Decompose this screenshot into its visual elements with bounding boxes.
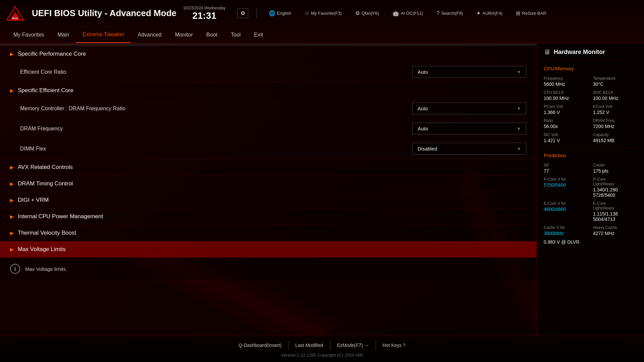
sp-label: SP bbox=[544, 163, 588, 168]
efficient-core-ratio-value[interactable]: Auto ▼ bbox=[412, 66, 526, 78]
temperature-value: 30°C bbox=[593, 81, 637, 87]
monitor-icon: 🖥 bbox=[544, 48, 550, 56]
heavy-cache-item: Heavy Cache 4272 MHz bbox=[593, 225, 637, 236]
avx-related-controls-header[interactable]: ▶ AVX Related Controls bbox=[0, 159, 536, 175]
qfan-icon: ⚙ bbox=[355, 10, 360, 16]
expand-arrow-icon: ▶ bbox=[10, 230, 14, 236]
digi-vrm-header[interactable]: ▶ DIGI + VRM bbox=[0, 192, 536, 208]
efficient-core-ratio-row: Efficient Core Ratio Auto ▼ bbox=[0, 62, 536, 82]
dimm-flex-text: Disabled bbox=[418, 146, 437, 152]
temperature-item: Temperature 30°C bbox=[593, 76, 637, 87]
thermal-velocity-boost-group: ▶ Thermal Velocity Boost bbox=[0, 225, 536, 241]
nav-extreme-tweaker[interactable]: Extreme Tweaker bbox=[76, 27, 131, 43]
internal-cpu-power-group: ▶ Internal CPU Power Management bbox=[0, 208, 536, 225]
dram-frequency-value[interactable]: Auto ▼ bbox=[412, 123, 526, 134]
ez-mode-button[interactable]: EzMode(F7) → bbox=[330, 341, 376, 350]
memory-controller-dram-text: Auto bbox=[418, 106, 428, 111]
nav-my-favorites[interactable]: My Favorites bbox=[7, 27, 51, 43]
mc-volt-label: MC Volt. bbox=[544, 132, 588, 137]
nav-advanced[interactable]: Advanced bbox=[131, 27, 168, 43]
cooler-value: 175 pts bbox=[593, 168, 637, 174]
svg-text:ROG: ROG bbox=[12, 17, 18, 20]
dropdown-arrow-icon: ▼ bbox=[517, 70, 521, 74]
ecore-light-heavy-label: E-CoreLight/Heavy bbox=[593, 201, 637, 210]
thermal-velocity-boost-label: Thermal Velocity Boost bbox=[18, 230, 76, 236]
dimm-flex-value[interactable]: Disabled ▼ bbox=[412, 143, 526, 155]
aura-label: AURA(F4) bbox=[482, 11, 502, 16]
nav-monitor[interactable]: Monitor bbox=[168, 27, 200, 43]
monitor-divider bbox=[544, 148, 637, 148]
sp-value: 77 bbox=[544, 168, 588, 174]
footer: Q-Dashboard(Insert) Last Modified EzMode… bbox=[0, 336, 644, 362]
my-favorite-button[interactable]: ☆ My Favorite(F3) bbox=[301, 9, 345, 18]
pcore-light-heavy-value1: 1.340/1.280 bbox=[593, 187, 637, 192]
language-button[interactable]: 🌐 English bbox=[265, 9, 295, 18]
nav-boot[interactable]: Boot bbox=[200, 27, 224, 43]
ai-oc-button[interactable]: 🤖 AI OC(F11) bbox=[389, 9, 426, 18]
cache-volt-value: 0.983 V @ DLVR bbox=[544, 239, 637, 245]
cpu-bclk-label: CPU BCLK bbox=[544, 90, 588, 95]
specific-performance-core-header[interactable]: ▶ Specific Performance Core bbox=[0, 46, 536, 62]
cpu-bclk-item: CPU BCLK 100.00 MHz bbox=[544, 90, 588, 101]
efficient-core-ratio-text: Auto bbox=[418, 69, 428, 75]
ecore-row: E-Core V for 4600/4600 E-CoreLight/Heavy… bbox=[544, 201, 637, 222]
dram-frequency-text: Auto bbox=[418, 126, 428, 131]
hardware-monitor-title: Hardware Monitor bbox=[554, 49, 605, 56]
resize-bar-button[interactable]: ⊞ ReSize BAR bbox=[513, 9, 549, 18]
ecore-volt-item: ECore Volt. 1.252 V bbox=[593, 104, 637, 115]
header-toolbar: ROG UEFI BIOS Utility - Advanced Mode 10… bbox=[0, 0, 644, 27]
info-text: Max Voltage limits. bbox=[25, 266, 67, 272]
favorite-icon: ☆ bbox=[305, 10, 309, 16]
max-voltage-limits-header[interactable]: ▶ Max Voltage Limits bbox=[0, 241, 536, 257]
frequency-item: Frequency 5600 MHz bbox=[544, 76, 588, 87]
search-button[interactable]: ? Search(F9) bbox=[433, 9, 466, 18]
main-container: ▶ Specific Performance Core Efficient Co… bbox=[0, 43, 644, 336]
cache-v-for-item: Cache V for 3800MHz bbox=[544, 225, 588, 236]
dram-timing-control-group: ▶ DRAM Timing Control bbox=[0, 176, 536, 192]
pcore-light-heavy-item: P-CoreLight/Heavy 1.340/1.280 5726/5400 bbox=[593, 177, 637, 198]
thermal-velocity-boost-header[interactable]: ▶ Thermal Velocity Boost bbox=[0, 225, 536, 241]
nav-tool[interactable]: Tool bbox=[224, 27, 247, 43]
dram-timing-control-label: DRAM Timing Control bbox=[18, 180, 73, 187]
expand-arrow-icon: ▶ bbox=[10, 165, 14, 170]
search-label: Search(F9) bbox=[441, 11, 463, 16]
dropdown-arrow-icon: ▼ bbox=[517, 106, 521, 111]
q-dashboard-button[interactable]: Q-Dashboard(Insert) bbox=[232, 341, 288, 350]
cooler-label: Cooler bbox=[593, 163, 637, 168]
memory-controller-dram-value[interactable]: Auto ▼ bbox=[412, 103, 526, 114]
globe-icon: 🌐 bbox=[269, 10, 275, 16]
ecore-v-for-label: E-Core V for bbox=[544, 201, 588, 206]
resize-bar-label: ReSize BAR bbox=[522, 11, 546, 16]
soc-bclk-value: 100.00 MHz bbox=[593, 96, 637, 101]
settings-list: ▶ Specific Performance Core Efficient Co… bbox=[0, 46, 536, 280]
last-modified-button[interactable]: Last Modified bbox=[288, 341, 330, 350]
cpu-memory-section-title: CPU/Memory bbox=[544, 66, 637, 71]
dropdown-arrow-icon: ▼ bbox=[517, 126, 521, 131]
specific-efficient-core-header[interactable]: ▶ Specific Efficient Core bbox=[0, 82, 536, 99]
cooler-item: Cooler 175 pts bbox=[593, 163, 637, 174]
prediction-section-title: Prediction bbox=[544, 153, 637, 158]
cpu-memory-grid: Frequency 5600 MHz Temperature 30°C CPU … bbox=[544, 76, 637, 143]
info-icon: ℹ bbox=[10, 264, 20, 274]
pcore-light-heavy-label: P-CoreLight/Heavy bbox=[593, 177, 637, 186]
pcore-v-for-value: 5700/5400 bbox=[544, 182, 588, 188]
expand-arrow-icon: ▶ bbox=[10, 88, 14, 93]
internal-cpu-power-header[interactable]: ▶ Internal CPU Power Management bbox=[0, 208, 536, 225]
ratio-item: Ratio 56.00x bbox=[544, 118, 588, 129]
date-display: 10/23/2024 Wednesday bbox=[183, 6, 226, 10]
cache-volt-item: 0.983 V @ DLVR bbox=[544, 239, 637, 245]
qfan-button[interactable]: ⚙ Qfan(F6) bbox=[352, 9, 382, 18]
settings-button[interactable]: ⚙ bbox=[237, 8, 248, 18]
nav-exit[interactable]: Exit bbox=[247, 27, 270, 43]
pcore-light-heavy-value2: 5726/5400 bbox=[593, 192, 637, 198]
dram-timing-control-header[interactable]: ▶ DRAM Timing Control bbox=[0, 176, 536, 192]
dimm-flex-label: DIMM Flex bbox=[20, 146, 412, 152]
nav-main[interactable]: Main bbox=[51, 27, 76, 43]
pcore-v-for-label: P-Core V for bbox=[544, 177, 588, 182]
aura-button[interactable]: ✦ AURA(F4) bbox=[473, 9, 506, 18]
dram-frequency-row: DRAM Frequency Auto ▼ bbox=[0, 119, 536, 139]
ecore-light-heavy-value2: 5004/4713 bbox=[593, 217, 637, 222]
capacity-item: Capacity 49152 MB bbox=[593, 132, 637, 143]
hot-keys-button[interactable]: Hot Keys ? bbox=[376, 341, 412, 350]
footer-buttons: Q-Dashboard(Insert) Last Modified EzMode… bbox=[232, 341, 412, 350]
